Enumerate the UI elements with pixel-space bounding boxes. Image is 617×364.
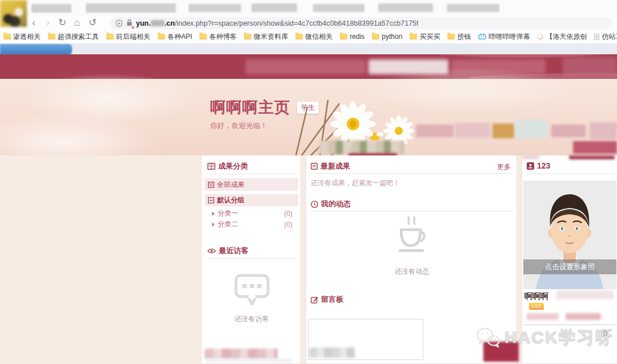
bookmark-bilibili[interactable]: 哔哩哔哩弹幕	[478, 32, 530, 42]
insecure-lock-icon[interactable]: ✕	[126, 18, 133, 29]
watermark-text: HACK学习呀	[504, 326, 614, 349]
redacted-tab-title	[189, 4, 241, 12]
browser-tab-strip	[0, 0, 617, 16]
section-title: 我的动态	[321, 199, 351, 209]
redacted-block	[455, 123, 490, 138]
redacted-block	[590, 122, 617, 139]
set-photo-overlay[interactable]: 点击设置形象照	[523, 259, 616, 274]
site-favicon	[537, 34, 543, 40]
folder-icon	[199, 34, 207, 39]
url-path: /index.php?r=space/person/show&sid=4c7cc…	[175, 19, 419, 27]
folder-icon	[158, 34, 165, 39]
redacted-block	[556, 290, 614, 299]
folder-icon	[106, 34, 114, 39]
bookmark-folder[interactable]: 各种博客	[199, 32, 237, 42]
bookmark-folder[interactable]: 渗透相关	[3, 32, 41, 42]
redacted-block	[319, 141, 404, 154]
page-icon	[594, 34, 599, 40]
folder-icon	[410, 34, 417, 39]
bookmark-folder[interactable]: 微米资料库	[244, 32, 288, 42]
redacted-block	[566, 313, 601, 320]
url-text: yun..cn/index.php?r=space/person/show&si…	[136, 19, 418, 27]
bookmark-folder[interactable]: redis	[340, 33, 364, 41]
shield-permissions-icon[interactable]	[115, 19, 123, 27]
pencil-square-icon	[311, 296, 318, 303]
bookmark-page[interactable]: 仿站工具箱 -	[594, 32, 617, 42]
eye-icon	[207, 248, 216, 254]
bilibili-icon	[478, 33, 486, 40]
empty-visitors-text: 还没有访客	[202, 314, 302, 324]
all-results-link[interactable]: 全部成果	[205, 178, 298, 191]
clock-icon	[311, 201, 318, 208]
redacted-block	[492, 123, 514, 138]
undo-icon[interactable]: ↺	[86, 17, 99, 29]
bookmark-folder[interactable]: 前后端相关	[106, 32, 150, 42]
username: 啊啊啊	[524, 291, 548, 302]
bookmark-site[interactable]: 【洛天依原创	[537, 32, 587, 42]
back-icon[interactable]: ‹	[27, 17, 40, 29]
redacted-tab-title	[31, 4, 71, 13]
redacted-block	[205, 349, 278, 359]
redacted-block	[573, 141, 617, 154]
folder-icon	[447, 34, 455, 39]
category-item[interactable]: 分类一 (0)	[209, 208, 296, 219]
folder-icon	[3, 34, 11, 39]
profile-banner: 啊啊啊主页 学生 你好，欢迎光临！	[0, 79, 617, 155]
redacted-status-bubble	[0, 44, 72, 55]
browser-toolbar: ‹ › ↻ ⌂ ↺ ✕ yun..cn/index.php?r=space/pe…	[0, 16, 617, 30]
redacted-block	[551, 125, 586, 137]
window-edge-strip	[0, 43, 617, 54]
book-icon	[207, 163, 215, 170]
redacted-block	[309, 347, 355, 358]
redacted-tab-title	[447, 4, 499, 12]
default-group-link[interactable]: 默认分组	[205, 194, 298, 206]
url-domain-suffix: .cn	[165, 19, 175, 27]
bookmark-folder[interactable]: 买买买	[410, 32, 440, 42]
redacted-tab-title	[313, 4, 364, 12]
redacted-block	[515, 120, 547, 138]
collapse-box-icon	[208, 197, 214, 203]
caret-right-icon	[212, 222, 215, 227]
bookmarks-bar: 渗透相关 超强搜索工具 前后端相关 各种API 各种博客 微米资料库 微信相关 …	[0, 30, 617, 43]
profile-photo[interactable]: 点击设置形象照	[523, 181, 616, 289]
bookmark-folder[interactable]: 微信相关	[295, 32, 332, 42]
bookmark-folder[interactable]: 超强搜索工具	[48, 32, 99, 42]
bookmark-folder[interactable]: 各种API	[158, 32, 192, 42]
level-badge: LV1	[529, 303, 544, 310]
watermark: HACK学习呀	[476, 326, 614, 349]
reload-icon[interactable]: ↻	[56, 17, 69, 29]
redacted-tab-title	[251, 3, 297, 12]
home-icon[interactable]: ⌂	[71, 17, 83, 29]
section-title: 留言板	[321, 294, 343, 305]
counter-value: 0	[603, 329, 607, 338]
caret-right-icon	[212, 211, 215, 216]
redacted-nav-item	[246, 59, 366, 74]
section-title: 成果分类	[218, 161, 248, 171]
empty-visitors-icon	[234, 273, 270, 306]
pinned-tab-avatar[interactable]	[0, 0, 27, 27]
address-bar[interactable]: ✕ yun..cn/index.php?r=space/person/show&…	[110, 17, 612, 29]
section-title: 最近访客	[219, 246, 249, 256]
more-link[interactable]: 更多	[497, 162, 511, 172]
forward-icon[interactable]: ›	[42, 17, 54, 29]
redacted-tab-title	[86, 3, 176, 13]
sidebar-left: 成果分类 全部成果 默认分组 分类一 (0) 分类二 (0)	[201, 155, 301, 364]
empty-results-text: 还没有成果，赶紧发一篇吧！	[311, 178, 400, 188]
redacted-tab-title	[378, 3, 433, 12]
bookmark-folder[interactable]: 捞钱	[447, 32, 471, 42]
category-item[interactable]: 分类二 (0)	[209, 219, 296, 230]
bookmark-folder[interactable]: python	[372, 33, 402, 41]
wechat-icon	[476, 327, 500, 348]
folder-icon	[295, 34, 303, 39]
browser-window: ‹ › ↻ ⌂ ↺ ✕ yun..cn/index.php?r=space/pe…	[0, 0, 617, 364]
category-count: (0)	[284, 210, 293, 218]
welcome-text: 你好，欢迎光临！	[210, 121, 267, 131]
folder-icon	[340, 34, 347, 39]
folder-icon	[244, 34, 251, 39]
redacted-block	[522, 155, 539, 159]
empty-feed-coffee-icon	[394, 216, 430, 257]
category-count: (0)	[284, 221, 293, 229]
redacted-block	[527, 313, 559, 320]
page-title: 啊啊啊主页	[210, 97, 290, 118]
redacted-block	[206, 359, 292, 362]
